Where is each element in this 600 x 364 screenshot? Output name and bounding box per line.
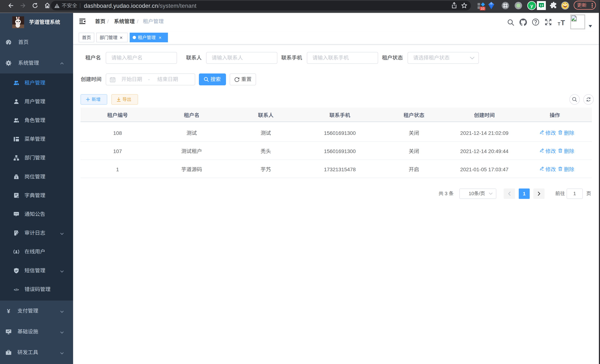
svg-text:</>: </> <box>14 288 19 291</box>
svg-text:¥: ¥ <box>7 308 10 315</box>
svg-text:10: 10 <box>481 7 484 10</box>
svg-text:y: y <box>530 3 533 9</box>
